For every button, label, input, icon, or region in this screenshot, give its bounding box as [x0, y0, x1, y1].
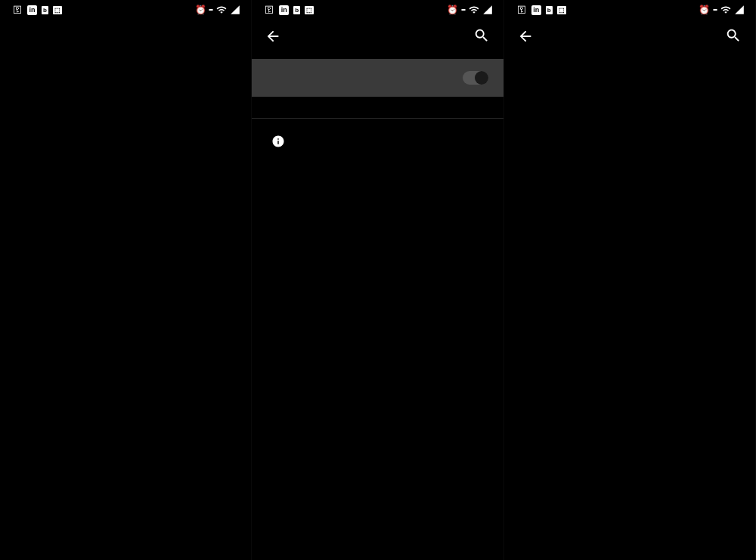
info-icon	[267, 132, 290, 150]
alarm-icon: ⏰	[699, 5, 710, 15]
linkedin-icon: in	[279, 5, 289, 15]
wifi-icon	[720, 5, 731, 15]
signal-icon	[734, 5, 745, 15]
search-button[interactable]	[725, 27, 743, 45]
status-bar: ⚿ in b ⬚ ⏰	[504, 0, 755, 20]
app-bar	[504, 20, 755, 53]
back-button[interactable]	[264, 27, 282, 45]
location-screen: ⚿ in b ⬚ ⏰	[252, 0, 503, 560]
app-bar	[252, 20, 503, 53]
app-icon-2: ⬚	[53, 6, 62, 14]
wifi-icon	[216, 5, 227, 15]
vzwifi-badge	[461, 9, 466, 11]
app-icon-1: b	[293, 6, 300, 14]
page-header	[0, 20, 251, 42]
alarm-icon: ⏰	[195, 5, 206, 15]
scanning-screen: ⚿ in b ⬚ ⏰	[504, 0, 756, 560]
app-icon-2: ⬚	[557, 6, 566, 14]
app-icon-1: b	[42, 6, 48, 14]
status-bar: ⚿ in b ⬚ ⏰	[0, 0, 251, 20]
key-icon: ⚿	[12, 5, 23, 15]
vzwifi-badge	[209, 9, 213, 11]
use-location-toggle[interactable]	[463, 71, 488, 85]
app-icon-1: b	[546, 6, 553, 14]
linkedin-icon: in	[27, 5, 37, 15]
settings-screen: ⚿ in b ⬚ ⏰	[0, 0, 252, 560]
section-recent-requests	[252, 97, 503, 118]
signal-icon	[230, 5, 240, 15]
linkedin-icon: in	[531, 5, 541, 15]
key-icon: ⚿	[264, 5, 274, 15]
signal-icon	[482, 5, 493, 15]
back-button[interactable]	[516, 27, 534, 45]
search-button[interactable]	[473, 27, 491, 45]
key-icon: ⚿	[516, 5, 527, 15]
status-bar: ⚿ in b ⬚ ⏰	[252, 0, 503, 20]
use-location-row[interactable]	[252, 59, 503, 97]
vzwifi-badge	[713, 9, 717, 11]
alarm-icon: ⏰	[448, 5, 458, 15]
wifi-icon	[469, 5, 479, 15]
app-icon-2: ⬚	[305, 6, 314, 14]
info-row	[252, 119, 503, 162]
